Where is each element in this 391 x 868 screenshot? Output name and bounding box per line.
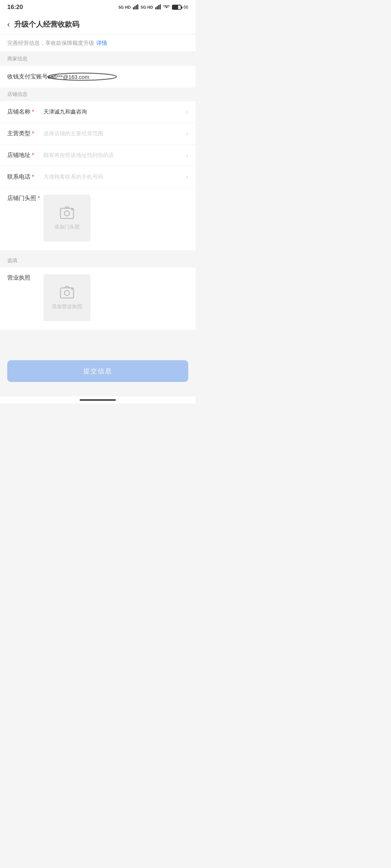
submit-button[interactable]: 提交信息: [7, 360, 188, 382]
license-row: 营业执照 添加营业执照: [0, 268, 196, 330]
required-star-address: *: [32, 152, 34, 159]
store-photo-upload[interactable]: 添加门头照: [43, 195, 91, 242]
store-photo-row: 店铺门头照 * 添加门头照: [0, 188, 196, 250]
store-photo-label-text: 添加门头照: [54, 224, 80, 230]
status-bar: 16:20 5G HD 5G HD 66: [0, 0, 196, 14]
svg-rect-6: [158, 5, 159, 9]
account-row: 收钱支付宝账号 cao***@163.com: [0, 66, 196, 88]
bottom-bar: [0, 396, 196, 404]
store-address-row[interactable]: 店铺地址 * 顾客将按照该地址找到你的店 ›: [0, 145, 196, 166]
network1-label: 5G HD: [118, 5, 131, 9]
svg-point-11: [64, 211, 70, 216]
info-banner: 完善经营信息，享收款保障额度升级 详情: [0, 35, 196, 52]
account-value: cao***@163.com: [48, 74, 188, 80]
signal1-icon: [133, 4, 139, 10]
home-indicator: [80, 399, 116, 401]
network2-label: 5G HD: [141, 5, 153, 9]
page-title: 升级个人经营收款码: [14, 20, 79, 29]
battery-level: 66: [184, 5, 188, 10]
business-type-row[interactable]: 主营类型 * 选择店铺的主要经营范围 ›: [0, 123, 196, 145]
account-label: 收钱支付宝账号: [7, 73, 48, 81]
business-type-chevron: ›: [186, 130, 188, 137]
optional-section: 营业执照 添加营业执照: [0, 268, 196, 330]
svg-rect-7: [160, 4, 161, 9]
wifi-icon: [163, 4, 170, 10]
photo-upload-icon: [60, 206, 74, 221]
back-button[interactable]: ‹: [7, 20, 10, 29]
store-name-label: 店铺名称 *: [7, 108, 43, 116]
required-star-type: *: [32, 131, 34, 137]
page-header: ‹ 升级个人经营收款码: [0, 14, 196, 35]
status-time: 16:20: [7, 4, 23, 11]
merchant-info-section: 收钱支付宝账号 cao***@163.com: [0, 66, 196, 88]
battery-icon: [172, 5, 181, 10]
spacer: [0, 330, 196, 352]
phone-placeholder: 方便顾客联系的手机号码: [43, 174, 183, 180]
license-label: 营业执照: [7, 274, 43, 282]
license-upload[interactable]: 添加营业执照: [43, 274, 91, 321]
store-info-section: 店铺名称 * 天津诚九和鑫咨询 › 主营类型 * 选择店铺的主要经营范围 › 店…: [0, 101, 196, 250]
svg-rect-0: [133, 7, 134, 9]
required-star-phone: *: [32, 174, 34, 180]
submit-area: 提交信息: [0, 352, 196, 396]
optional-section-header: 选填: [0, 254, 196, 268]
store-address-label: 店铺地址 *: [7, 152, 43, 159]
license-upload-label: 添加营业执照: [52, 303, 82, 310]
status-icons: 5G HD 5G HD 66: [118, 4, 188, 10]
business-type-placeholder: 选择店铺的主要经营范围: [43, 130, 183, 137]
svg-rect-4: [155, 7, 156, 9]
store-name-chevron: ›: [186, 108, 188, 116]
svg-point-15: [64, 290, 70, 295]
banner-text: 完善经营信息，享收款保障额度升级: [7, 40, 94, 47]
signal2-icon: [155, 4, 161, 10]
banner-detail-link[interactable]: 详情: [96, 40, 107, 47]
store-section-header: 店铺信息: [0, 88, 196, 101]
svg-rect-1: [134, 6, 135, 9]
store-name-row[interactable]: 店铺名称 * 天津诚九和鑫咨询 ›: [0, 101, 196, 123]
merchant-section-header: 商家信息: [0, 52, 196, 66]
store-address-chevron: ›: [186, 152, 188, 159]
account-text: cao***@163.com: [48, 74, 89, 80]
required-star-photo: *: [38, 195, 40, 202]
store-address-placeholder: 顾客将按照该地址找到你的店: [43, 152, 183, 159]
license-upload-icon: [60, 286, 74, 301]
phone-row[interactable]: 联系电话 * 方便顾客联系的手机号码 ›: [0, 166, 196, 188]
phone-chevron: ›: [186, 173, 188, 181]
svg-rect-2: [136, 5, 137, 9]
store-photo-label: 店铺门头照 *: [7, 195, 43, 202]
business-type-label: 主营类型 *: [7, 130, 43, 137]
phone-label: 联系电话 *: [7, 173, 43, 181]
store-name-value: 天津诚九和鑫咨询: [43, 109, 183, 115]
required-star-name: *: [32, 109, 34, 115]
svg-rect-5: [157, 6, 158, 9]
svg-rect-3: [137, 4, 138, 9]
